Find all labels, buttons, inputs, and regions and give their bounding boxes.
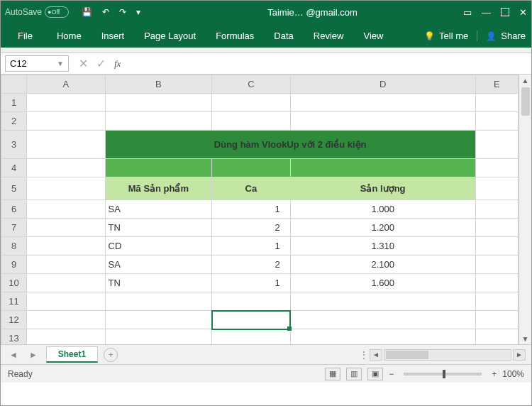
autosave-label: AutoSave [5, 7, 42, 17]
cell[interactable]: 1.310 [290, 237, 475, 256]
tab-review[interactable]: Review [304, 25, 354, 47]
maximize-icon[interactable] [501, 8, 509, 16]
autosave-toggle[interactable]: ● Off [45, 6, 69, 18]
cell[interactable]: 1 [212, 274, 290, 292]
name-box[interactable]: C12 ▼ [5, 55, 69, 72]
scroll-down-icon[interactable]: ▼ [522, 333, 529, 344]
view-pagelayout-icon[interactable]: ▥ [346, 368, 362, 380]
col-header-c[interactable]: C [212, 75, 290, 94]
view-normal-icon[interactable]: ▦ [325, 368, 340, 380]
close-icon[interactable]: ✕ [519, 7, 527, 18]
row-header[interactable]: 5 [1, 177, 27, 200]
scroll-left-icon[interactable]: ◄ [370, 349, 382, 361]
tab-formulas[interactable]: Formulas [206, 25, 264, 47]
row-header[interactable]: 4 [1, 159, 27, 177]
cell[interactable]: 2.100 [290, 256, 475, 274]
tab-split-icon[interactable]: ⋮ [360, 350, 368, 360]
table-title[interactable]: Dùng hàm VlookUp với 2 điều kiện [105, 131, 475, 159]
cell[interactable]: TN [105, 219, 212, 237]
sheet-nav-prev[interactable]: ◄ [6, 350, 21, 360]
col-header-b[interactable]: B [105, 75, 212, 94]
row-header[interactable]: 12 [1, 311, 27, 329]
zoom-level[interactable]: 100% [502, 369, 524, 379]
col-header-d[interactable]: D [290, 75, 475, 94]
row-header[interactable]: 8 [1, 237, 27, 256]
title-bar: AutoSave ● Off ▾ Taimie… @gmail.com ▭ — … [1, 1, 531, 23]
cell[interactable]: 1.200 [290, 219, 475, 237]
row-header[interactable]: 2 [1, 112, 27, 131]
fx-controls: ✕ ✓ fx [79, 57, 121, 70]
scroll-thumb[interactable] [521, 87, 530, 116]
scroll-up-icon[interactable]: ▲ [522, 75, 529, 86]
tell-me[interactable]: Tell me [424, 31, 468, 41]
cell[interactable]: SA [105, 200, 212, 219]
cell[interactable]: CD [105, 237, 212, 256]
hscroll-thumb[interactable] [386, 351, 428, 359]
table-header[interactable]: Ca [212, 177, 290, 200]
cell[interactable]: 2 [212, 256, 290, 274]
row-header[interactable]: 9 [1, 256, 27, 274]
active-cell[interactable] [212, 311, 290, 329]
zoom-in-button[interactable]: + [492, 369, 497, 379]
horizontal-scrollbar[interactable]: ⋮ ◄ ► [360, 349, 526, 361]
tab-insert[interactable]: Insert [92, 25, 135, 47]
tab-home[interactable]: Home [47, 25, 92, 47]
cancel-icon[interactable]: ✕ [79, 57, 88, 70]
save-icon[interactable] [82, 7, 92, 17]
view-pagebreak-icon[interactable]: ▣ [367, 368, 383, 380]
share-button[interactable]: Share [477, 31, 526, 41]
cell[interactable] [105, 292, 212, 311]
person-icon [486, 31, 497, 41]
sheet-tabs-bar: ◄ ► Sheet1 + ⋮ ◄ ► [1, 344, 531, 364]
ribbon-options-icon[interactable]: ▭ [463, 7, 472, 18]
tab-pagelayout[interactable]: Page Layout [134, 25, 206, 47]
fx-icon[interactable]: fx [114, 58, 121, 70]
tab-file[interactable]: File [4, 25, 47, 47]
quick-access-toolbar: ▾ [82, 7, 140, 17]
worksheet-grid[interactable]: A B C D E 1 2 3 Dùng hàm VlookUp với 2 đ… [1, 75, 519, 344]
row-header[interactable]: 3 [1, 131, 27, 159]
cell[interactable] [290, 292, 475, 311]
tab-view[interactable]: View [353, 25, 393, 47]
zoom-out-button[interactable]: − [389, 369, 394, 379]
chevron-down-icon[interactable]: ▼ [57, 60, 64, 67]
row-header[interactable]: 11 [1, 292, 27, 311]
cell[interactable]: 1 [212, 237, 290, 256]
enter-icon[interactable]: ✓ [96, 57, 106, 70]
row-header[interactable]: 10 [1, 274, 27, 292]
table-header[interactable]: Mã Sản phẩm [105, 177, 212, 200]
cell[interactable]: TN [105, 274, 212, 292]
status-bar: Ready ▦ ▥ ▣ − + 100% [1, 364, 531, 383]
cell[interactable] [212, 292, 290, 311]
add-sheet-button[interactable]: + [104, 348, 118, 362]
minimize-icon[interactable]: — [482, 7, 491, 18]
bulb-icon [424, 31, 435, 41]
row-header[interactable]: 6 [1, 200, 27, 219]
cell[interactable]: 1 [212, 200, 290, 219]
name-box-value: C12 [10, 58, 27, 69]
ribbon-tabs: File Home Insert Page Layout Formulas Da… [1, 23, 531, 48]
cell[interactable]: 1.000 [290, 200, 475, 219]
status-ready: Ready [8, 369, 33, 379]
undo-icon[interactable] [102, 7, 109, 17]
autosave[interactable]: AutoSave ● Off [5, 6, 69, 18]
cell[interactable]: 1.600 [290, 274, 475, 292]
hscroll-track[interactable] [384, 349, 511, 361]
sheet-tab-active[interactable]: Sheet1 [46, 346, 98, 363]
tab-data[interactable]: Data [264, 25, 303, 47]
window-controls: ▭ — ✕ [463, 7, 527, 18]
row-header[interactable]: 1 [1, 94, 27, 112]
redo-icon[interactable] [119, 7, 126, 17]
table-header[interactable]: Sản lượng [290, 177, 475, 200]
cell[interactable]: SA [105, 256, 212, 274]
col-header-a[interactable]: A [27, 75, 105, 94]
select-all-corner[interactable] [1, 75, 27, 94]
row-header[interactable]: 13 [1, 329, 27, 345]
sheet-nav-next[interactable]: ► [26, 350, 40, 360]
row-header[interactable]: 7 [1, 219, 27, 237]
cell[interactable]: 2 [212, 219, 290, 237]
scroll-right-icon[interactable]: ► [513, 349, 526, 361]
col-header-e[interactable]: E [475, 75, 518, 94]
vertical-scrollbar[interactable]: ▲ ▼ [519, 75, 531, 344]
zoom-slider[interactable] [404, 373, 482, 375]
